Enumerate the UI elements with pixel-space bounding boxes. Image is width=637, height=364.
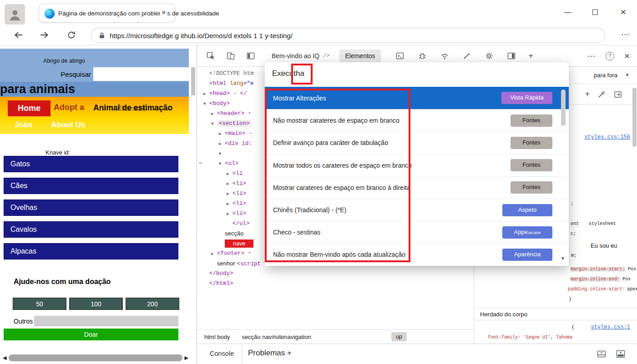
tab-problems[interactable]: Problemas + — [248, 349, 292, 358]
inspect-element-button[interactable] — [205, 50, 216, 61]
command-item[interactable]: Não mostrar carateres de espaço em branc… — [265, 109, 569, 131]
inherited-section-header: Herdado do corpo — [474, 308, 637, 320]
expand-arrow-icon[interactable]: ▼ — [211, 119, 217, 129]
animal-button[interactable]: Ovelhas — [4, 199, 178, 216]
about-link[interactable]: About Us — [51, 120, 86, 130]
page-vertical-scrollbar[interactable] — [191, 67, 195, 95]
chevron-down-icon[interactable]: ▼ — [625, 73, 629, 77]
command-item[interactable]: Definir avanço para caráter de tabulação… — [265, 131, 569, 154]
node-menu-icon[interactable]: ⋯ — [199, 159, 202, 169]
command-item[interactable]: Mostrar AlteraçõesVista Rápida — [265, 87, 569, 109]
tab-close-icon[interactable]: × — [160, 9, 167, 17]
amount-button[interactable]: 100 — [69, 298, 123, 310]
command-item[interactable]: Não mostrar Bem-vindo após cada atualiza… — [265, 243, 569, 265]
styles-filter-label[interactable]: para fora — [594, 72, 617, 79]
jobs-link[interactable]: Jobs — [15, 120, 33, 130]
page-horizontal-scrollbar[interactable]: ◀ ▶ — [3, 354, 188, 362]
donate-button[interactable]: Doar — [4, 329, 178, 340]
tree-token: <div id: — [225, 140, 252, 147]
tree-token: <footer> — [217, 250, 244, 257]
animal-button[interactable]: Alpacas — [4, 243, 178, 259]
back-button[interactable] — [14, 30, 24, 40]
new-style-rule-button[interactable]: + — [585, 89, 590, 100]
console-drawer-button[interactable] — [597, 349, 607, 359]
device-toolbar-button[interactable] — [225, 50, 236, 61]
css-fragment: padding-inline-start: — [568, 287, 625, 292]
element-state-button[interactable] — [597, 90, 606, 99]
collapse-arrow-icon[interactable]: ▶ — [227, 209, 233, 219]
computed-panel-button[interactable] — [614, 90, 622, 99]
collapse-arrow-icon[interactable]: ▶ — [219, 139, 225, 149]
command-item[interactable]: Mostrar todos os carateres de espaço em … — [265, 154, 569, 176]
tree-token: </body> — [209, 270, 233, 277]
tree-token: <!DOCTYPE htm — [209, 70, 254, 77]
add-tab-button[interactable]: + — [528, 51, 534, 61]
devtools-menu-button[interactable]: ⋯ — [587, 51, 596, 61]
command-item[interactable]: Checo - sestinasAppearcane — [265, 221, 569, 243]
debug-button[interactable] — [417, 50, 428, 61]
pet-link[interactable]: Animal de estimação — [93, 103, 172, 113]
network-button[interactable] — [439, 50, 450, 61]
stylesheet-link-1[interactable]: styles.css:1 — [591, 324, 630, 330]
help-button[interactable]: ? — [606, 52, 614, 60]
tree-node[interactable]: </html> — [197, 279, 474, 289]
dock-bottom-button[interactable] — [616, 349, 626, 359]
expand-arrow-icon[interactable]: ▼ — [203, 99, 209, 109]
tree-node[interactable]: </body> — [197, 269, 474, 279]
window-minimize-button[interactable]: — — [562, 8, 573, 16]
breadcrumb-section-nav[interactable]: secção nav#sitenavigation — [242, 334, 311, 340]
dialog-scrollbar-thumb[interactable] — [561, 90, 566, 126]
collapse-arrow-icon[interactable]: ▶ — [227, 199, 233, 209]
window-close-button[interactable]: × — [618, 6, 629, 18]
address-bar[interactable]: https://microsoftedge.g ithub.io/Demos/d… — [91, 28, 605, 43]
browser-tab[interactable]: Página de demonstração com problemas de … — [39, 4, 175, 23]
animal-button[interactable]: Cães — [4, 178, 178, 194]
tab-welcome[interactable]: Bem-vindo ao IQ — [272, 52, 319, 60]
collapse-arrow-icon[interactable]: ▶ — [227, 179, 233, 189]
command-label: Definir avanço para caráter de tabulação — [273, 139, 388, 146]
animal-button[interactable]: Gatos — [4, 156, 178, 172]
devtools-close-button[interactable]: × — [624, 50, 630, 61]
other-amount-input[interactable] — [34, 316, 178, 326]
forward-button[interactable] — [39, 30, 49, 40]
tab-console[interactable]: Console — [210, 350, 234, 357]
collapse-arrow-icon[interactable]: ▶ — [219, 129, 225, 139]
panel-layout-button[interactable] — [245, 50, 256, 61]
styles-scrollbar-thumb[interactable] — [632, 88, 637, 147]
scroll-right-icon[interactable]: ▶ — [185, 355, 188, 361]
window-maximize-button[interactable] — [590, 10, 601, 15]
amount-button[interactable]: 200 — [126, 298, 179, 310]
breadcrumb-up-button[interactable]: up — [391, 332, 407, 341]
command-item[interactable]: Chinês (Tradicional) - (*E)Aspeto — [265, 199, 569, 221]
breadcrumb-html-body[interactable]: html body — [204, 334, 230, 340]
amount-button[interactable]: 50 — [13, 298, 66, 310]
dock-side-button[interactable] — [506, 50, 517, 61]
settings-button[interactable] — [484, 50, 495, 61]
wand-button[interactable] — [461, 50, 472, 61]
search-input[interactable] — [93, 67, 189, 81]
collapse-arrow-icon[interactable]: ▶ — [211, 109, 217, 119]
scrollbar-thumb[interactable] — [9, 354, 182, 361]
refresh-button[interactable] — [67, 30, 76, 40]
command-category-badge: Vista Rápida — [501, 92, 552, 104]
inspect-cursor-icon — [206, 51, 215, 60]
browser-menu-button[interactable]: ⋯ — [621, 30, 630, 40]
stylesheet-link-156[interactable]: styles.css:156 — [584, 134, 630, 140]
dialog-scroll-down-icon[interactable]: ▼ — [561, 256, 565, 261]
collapse-arrow-icon[interactable]: ▶ — [211, 249, 217, 259]
expand-arrow-icon[interactable]: ▼ — [219, 159, 225, 169]
profile-avatar[interactable] — [5, 4, 25, 25]
command-item[interactable]: Mostrar carateres de espaço em branco à … — [265, 176, 569, 199]
collapse-arrow-icon[interactable]: ▶ — [227, 169, 233, 179]
tab-elements[interactable]: Elementos — [339, 50, 380, 62]
scroll-left-icon[interactable]: ◀ — [3, 355, 6, 361]
adopt-link[interactable]: Adopt a — [54, 103, 84, 112]
console-panel-button[interactable] — [394, 50, 405, 61]
animal-button[interactable]: Cavalos — [4, 221, 178, 238]
tree-token: ="e — [243, 80, 254, 87]
tree-token: <script — [237, 261, 261, 267]
home-link[interactable]: Home — [8, 100, 51, 116]
expand-arrow-icon[interactable]: ▼ — [219, 149, 225, 159]
collapse-arrow-icon[interactable]: ▶ — [203, 89, 209, 99]
collapse-arrow-icon[interactable]: ▶ — [227, 189, 233, 199]
